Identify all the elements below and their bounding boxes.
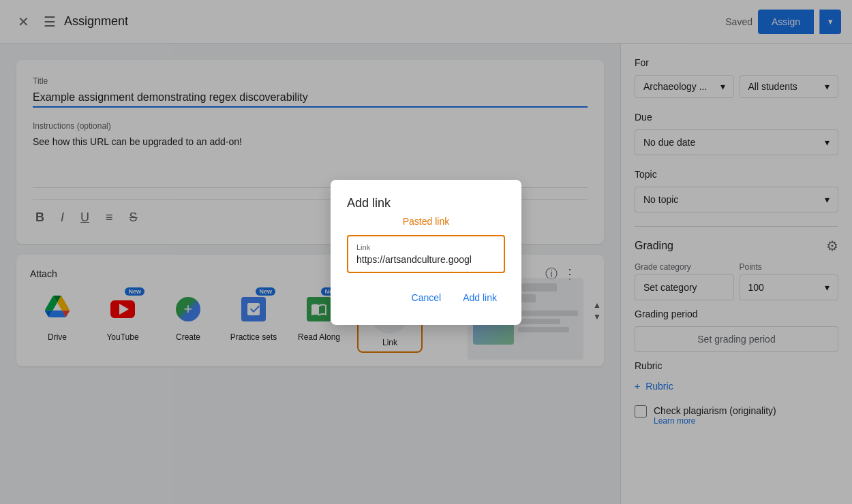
add-link-button[interactable]: Add link bbox=[455, 287, 505, 309]
pasted-link-label: Pasted link bbox=[347, 216, 505, 227]
modal-overlay: Add link Pasted link Link https://artsan… bbox=[0, 0, 852, 504]
add-link-modal: Add link Pasted link Link https://artsan… bbox=[331, 180, 521, 325]
modal-actions: Cancel Add link bbox=[347, 287, 505, 309]
link-value: https://artsandculture.googl bbox=[356, 254, 496, 265]
link-input-box[interactable]: Link https://artsandculture.googl bbox=[347, 235, 505, 273]
link-sublabel: Link bbox=[356, 243, 496, 251]
cancel-button[interactable]: Cancel bbox=[404, 287, 450, 309]
modal-title: Add link bbox=[347, 196, 505, 210]
